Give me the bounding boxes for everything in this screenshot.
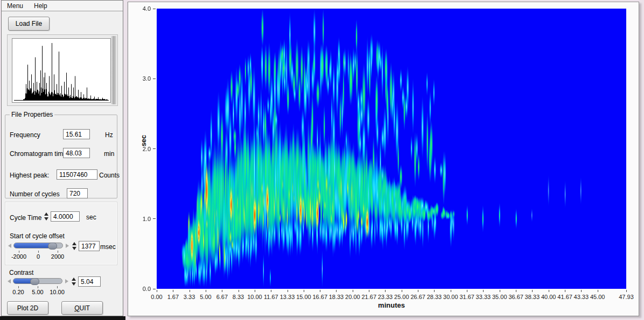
preview-chart-canvas [13,39,110,102]
y-tick-label: 0.0 [132,286,151,292]
chromatogram-time-label: Chromatogram time [10,150,67,158]
offset-tick [19,251,19,253]
offset-tick [58,251,58,253]
y-tick-mark [153,9,156,9]
offset-mid-label: 0 [37,253,40,260]
quit-button[interactable]: QUIT [61,301,103,315]
highest-peak-field[interactable] [57,169,97,180]
x-tick-mark [320,290,320,292]
y-tick-label: 1.0 [132,216,151,222]
load-file-button[interactable]: Load File [8,17,50,31]
x-tick-mark [581,290,582,292]
cycle-settings-panel: Cycle Time sec Start of cycle offset mse… [5,202,117,265]
chromatogram-time-field[interactable] [63,148,90,158]
offset-slider-row: msec [5,242,118,250]
menu-item-help[interactable]: Help [34,2,47,10]
x-tick-mark [434,290,435,292]
x-tick-mark [500,290,500,292]
cycle-time-unit: sec [86,214,96,221]
highest-peak-unit: Counts [99,172,120,179]
contrast-min-label: 0.20 [12,289,24,295]
contrast-spinner[interactable] [71,276,76,287]
chromatogram-preview-box [7,34,118,106]
x-tick-mark [239,290,239,292]
slider-left-arrow-icon[interactable] [8,244,11,248]
menu-item-menu[interactable]: Menu [7,2,23,10]
y-tick-mark [153,218,156,219]
x-tick-mark [626,290,627,292]
offset-max-label: 2000 [51,253,64,260]
x-tick-mark [451,290,451,292]
offset-spinner[interactable] [71,240,77,251]
chromatogram-time-unit: min [104,150,114,158]
y-tick-mark [153,79,156,79]
slider-right-arrow-icon[interactable] [66,244,69,248]
frequency-field[interactable] [63,129,90,139]
spin-down-icon[interactable] [72,282,76,286]
x-tick-mark [483,290,484,292]
window-bottom-edge [0,316,125,320]
menu-bar: Menu Help [2,1,123,11]
x-tick-mark [222,290,222,292]
contrast-tick [38,286,38,288]
x-tick-mark [173,290,173,292]
offset-tick [38,251,39,253]
cycle-time-label: Cycle Time [10,214,41,222]
contrast-tick [57,286,58,288]
x-tick-label: 47.93 [614,294,638,300]
x-tick-mark [418,290,418,292]
file-properties-title: File Properties [10,111,54,118]
contrast-tick [18,286,19,288]
x-tick-mark [288,290,288,292]
spin-down-icon[interactable] [72,247,76,250]
quit-accelerator: Q [74,304,79,312]
x-tick-mark [271,290,271,292]
contrast-slider-track[interactable] [13,278,62,284]
offset-field[interactable] [79,241,100,251]
y-tick-label: 4.0 [132,5,151,12]
number-of-cycles-field[interactable] [67,188,88,198]
preview-shadow [110,36,116,104]
plot-panel-window: sec 0.01.02.03.04.0 0.001.673.335.006.67… [128,2,639,316]
offset-slider-track[interactable] [13,243,63,248]
x-tick-mark [467,290,467,292]
number-of-cycles-label: Number of cycles [10,190,60,198]
slider-right-arrow-icon[interactable] [65,279,68,283]
spin-up-icon[interactable] [72,278,76,281]
offset-unit: msec [100,243,116,251]
contrast-field[interactable] [78,276,101,287]
spin-down-icon[interactable] [44,217,48,221]
offset-min-label: -2000 [11,253,26,260]
highest-peak-label: Highest peak: [10,172,49,179]
contrast-mid-label: 5.00 [32,289,43,295]
preview-chart-area [12,38,111,103]
slider-left-arrow-icon[interactable] [8,279,11,283]
contrast-slider-row [5,278,117,285]
x-tick-mark [385,290,386,292]
plot-2d-button[interactable]: Plot 2D [7,301,48,315]
contrast-slider-thumb[interactable] [30,278,39,285]
contrast-max-label: 10.00 [50,289,65,295]
x-tick-mark [402,290,402,292]
y-tick-mark [153,148,156,149]
x-tick-mark [369,290,369,292]
x-tick-mark [549,290,549,292]
x-tick-mark [255,290,255,292]
cycle-time-spinner[interactable] [43,211,49,222]
x-tick-mark [565,290,565,292]
spin-up-icon[interactable] [72,242,76,245]
frequency-label: Frequency [10,131,40,139]
y-tick-label: 3.0 [132,75,151,82]
spin-up-icon[interactable] [44,212,48,216]
heatmap-canvas [157,9,626,289]
x-axis-title: minutes [338,301,445,309]
offset-slider-thumb[interactable] [48,243,57,250]
x-tick-mark [206,290,206,292]
x-tick-mark [516,290,516,292]
x-tick-mark [598,290,598,292]
x-tick-mark [532,290,533,292]
control-panel-window: Menu Help Load File File Properties Freq… [1,0,123,316]
quit-rest: UIT [80,304,90,312]
contrast-label: Contrast [9,269,33,276]
cycle-time-field[interactable] [51,211,80,222]
